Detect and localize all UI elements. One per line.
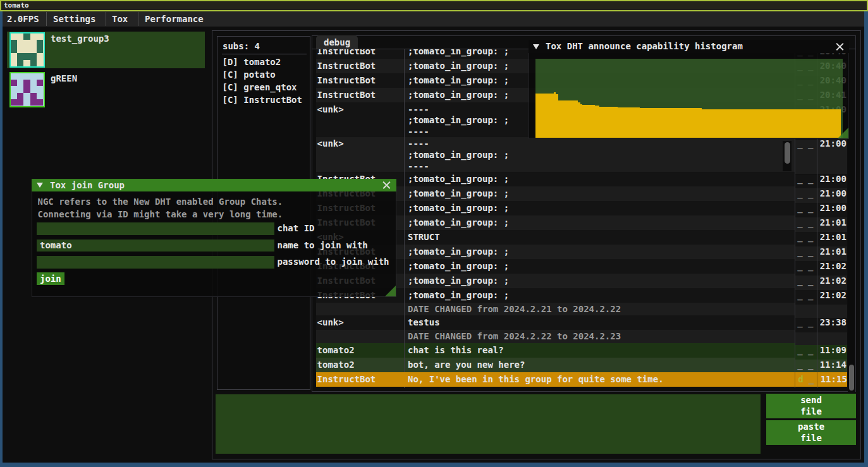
join-button[interactable]: join <box>37 272 64 285</box>
delivery-mark-2: _ <box>808 290 813 300</box>
join-field-label: name to join with <box>278 240 368 252</box>
delivery-marks: _ _ <box>795 230 817 245</box>
test_group3-avatar <box>9 32 45 68</box>
tab-debug-label: debug <box>324 35 350 49</box>
menu-bar: 2.0FPSSettingsToxPerformance <box>3 11 864 27</box>
join-group-window: Tox join Group NGC refers to the New DHT… <box>32 179 396 298</box>
menu-item-tox[interactable]: Tox <box>112 11 128 27</box>
message-row[interactable]: InstructBotNo, I've been in this group f… <box>316 372 847 387</box>
member-item[interactable]: [C] potato <box>223 68 276 81</box>
histogram-bar <box>599 107 618 138</box>
sender-name: InstructBot <box>316 372 404 387</box>
delivery-marks: _ _ <box>795 274 817 288</box>
sender-name: tomato2 <box>316 343 404 358</box>
date-row[interactable]: DATE CHANGED from 2024.2.21 to 2024.2.22 <box>316 303 847 316</box>
member-item[interactable]: [C] InstructBot <box>223 94 302 106</box>
member-item[interactable]: [C] green_qtox <box>223 81 297 94</box>
os-titlebar[interactable]: tomato <box>0 0 868 11</box>
histogram-bar <box>702 109 841 138</box>
chat-scrollbar[interactable] <box>848 49 855 392</box>
resize-grip-icon[interactable] <box>385 286 396 296</box>
gREEN-avatar <box>9 72 45 107</box>
message-time: 21:00 <box>817 172 847 186</box>
delivery-mark-2: _ <box>808 188 813 198</box>
histogram-titlebar[interactable]: Tox DHT announce capability histogram <box>529 40 849 53</box>
message-time: 21:02 <box>817 288 847 303</box>
delivery-mark-1: _ <box>797 232 802 242</box>
message-row[interactable]: <unk>testus_ _23:38 <box>316 315 847 330</box>
delivery-marks: _ _ <box>795 358 817 372</box>
delivery-mark-2: _ <box>808 276 813 286</box>
message-text: ;tomato_in_group: ; <box>403 288 794 303</box>
message-text: ;tomato_in_group: ; <box>403 186 794 201</box>
delivery-mark-2: _ <box>808 360 813 370</box>
collapse-arrow-icon[interactable] <box>37 183 43 188</box>
histogram-bar <box>595 106 599 138</box>
message-row[interactable]: tomato2chat is this real?_ _11:09 <box>316 343 847 358</box>
message-time: 21:02 <box>817 274 847 288</box>
join-field-label: chat ID <box>278 222 315 235</box>
message-time: 21:02 <box>817 259 847 274</box>
message-inner-scrollbar-thumb[interactable] <box>785 142 790 164</box>
delivery-mark-1: _ <box>797 317 802 327</box>
delivery-marks <box>795 303 817 316</box>
tab-debug[interactable]: debug <box>316 35 358 49</box>
sender-name: InstructBot <box>316 73 404 88</box>
histogram-window: Tox DHT announce capability histogram <box>529 40 849 139</box>
message-time: 21:00 <box>817 186 847 201</box>
date-row[interactable]: DATE CHANGED from 2024.2.22 to 2024.2.23 <box>316 330 847 343</box>
message-text: ;tomato_in_group: ; <box>403 201 794 215</box>
close-icon[interactable] <box>382 181 391 190</box>
join-field-label: password to join with <box>278 256 389 269</box>
histogram-bar <box>618 107 640 138</box>
date-changed-text: DATE CHANGED from 2024.2.21 to 2024.2.22 <box>403 303 794 316</box>
sender-name <box>316 330 404 343</box>
sender-name: tomato2 <box>316 358 404 372</box>
delivery-mark-2: _ <box>808 232 813 242</box>
delivery-mark-1: _ <box>797 261 802 271</box>
chat-scrollbar-thumb[interactable] <box>849 365 854 391</box>
join-group-titlebar[interactable]: Tox join Group <box>32 179 396 192</box>
histogram-body <box>529 53 849 140</box>
message-text: ;tomato_in_group: ; <box>403 245 794 259</box>
join-field-name-to-join-with[interactable] <box>37 240 274 252</box>
message-text: chat is this real? <box>403 343 794 358</box>
delivery-mark-1: _ <box>797 203 802 213</box>
histogram-title: Tox DHT announce capability histogram <box>546 40 743 53</box>
compose-input[interactable] <box>216 394 761 454</box>
message-time: 21:01 <box>817 215 847 230</box>
member-item[interactable]: [D] tomato2 <box>223 56 281 68</box>
contact-name: test_group3 <box>51 33 109 44</box>
delivery-mark-2: _ <box>809 374 814 384</box>
message-time <box>817 330 847 343</box>
send-file-button[interactable]: send file <box>766 394 856 418</box>
delivery-mark-1: _ <box>797 276 802 286</box>
join-group-description: NGC refers to the New DHT enabled Group … <box>38 195 283 221</box>
message-inner-scrollbar[interactable] <box>783 141 792 171</box>
paste-file-button[interactable]: paste file <box>766 420 856 445</box>
message-row[interactable]: tomato2bot, are you new here?_ _11:14 <box>316 358 847 372</box>
message-row[interactable]: <unk>---- ;tomato_in_group: ; ----_ _21:… <box>316 137 847 172</box>
menu-item-performance[interactable]: Performance <box>145 11 204 27</box>
message-time: 11:14 <box>817 358 847 372</box>
message-text: No, I've been in this group for quite so… <box>403 372 794 387</box>
delivery-marks: _ _ <box>795 259 817 274</box>
histogram-plot[interactable] <box>535 59 843 138</box>
join-field-chat-ID[interactable] <box>37 222 274 235</box>
resize-grip-icon[interactable] <box>838 128 848 138</box>
close-icon[interactable] <box>836 42 844 51</box>
contact-row-gREEN[interactable]: gREEN <box>7 71 205 107</box>
sender-name: <unk> <box>316 315 404 330</box>
message-time: 23:38 <box>817 315 847 330</box>
screen: tomato 2.0FPSSettingsToxPerformance test… <box>0 0 868 467</box>
subs-count-label: subs: 4 <box>223 40 260 52</box>
contact-row-test_group3[interactable]: test_group3 <box>7 32 205 68</box>
contact-name: gREEN <box>51 73 77 83</box>
collapse-arrow-icon[interactable] <box>533 44 539 49</box>
delivery-marks: _ _ <box>795 288 817 303</box>
menu-item-settings[interactable]: Settings <box>53 11 95 27</box>
join-field-password-to-join-with[interactable] <box>37 256 274 269</box>
menu-item-2.0fps[interactable]: 2.0FPS <box>7 11 39 27</box>
delivery-mark-1: _ <box>797 217 802 227</box>
delivery-marks: _ _ <box>795 315 817 330</box>
